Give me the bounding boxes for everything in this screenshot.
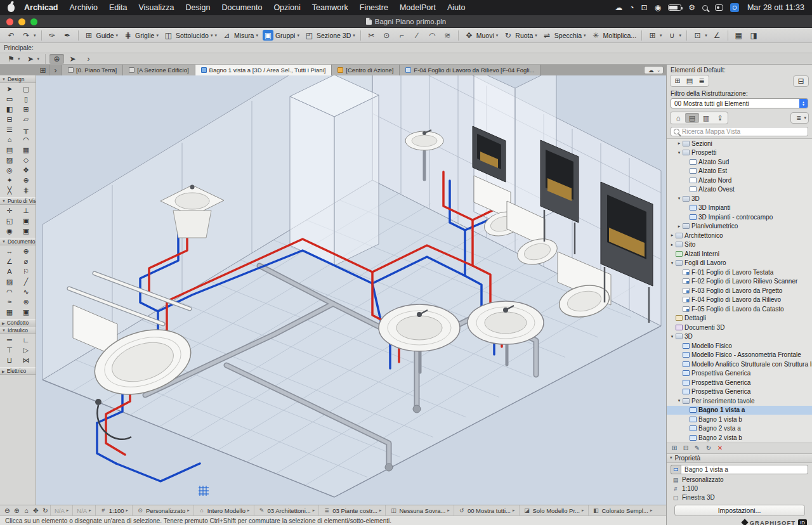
label-tool[interactable]: ⚐ bbox=[18, 266, 34, 276]
railing-tool[interactable]: ╥ bbox=[18, 124, 34, 134]
search-input[interactable]: Ricerca Mappa Vista bbox=[671, 127, 808, 136]
zoom-window-button[interactable] bbox=[30, 18, 37, 25]
column-tool[interactable]: ▯ bbox=[18, 94, 34, 104]
tree-item[interactable]: Modello Analitico Strutturale con Strutt… bbox=[667, 360, 812, 369]
zoom-in-button[interactable]: ⊕ bbox=[12, 506, 22, 515]
app-menu[interactable]: Archicad bbox=[18, 3, 64, 12]
new-folder-icon[interactable]: ⊞ bbox=[669, 444, 679, 453]
sezione-3d-button[interactable]: ◰Sezione 3D▾ bbox=[302, 29, 357, 42]
polyline-tool[interactable]: ∿ bbox=[18, 287, 34, 297]
marquee-tool[interactable]: ▢ bbox=[18, 84, 34, 94]
menu-item[interactable]: ModelPort bbox=[394, 3, 442, 12]
tree-item[interactable]: Dettagli bbox=[667, 314, 812, 323]
chevron-down-icon[interactable]: ▾ bbox=[676, 196, 682, 201]
arc-tool[interactable]: ◠ bbox=[1, 287, 18, 297]
toolbox-section-idraulico[interactable]: ▼Idraulico bbox=[0, 327, 36, 334]
layout-book-icon[interactable]: ▥ bbox=[699, 113, 713, 123]
toolbox-section-design[interactable]: ▼Design bbox=[0, 75, 36, 83]
scissors-button[interactable]: ✂ bbox=[364, 29, 379, 42]
apple-menu-icon[interactable] bbox=[8, 4, 15, 12]
tab-centro-di-azione[interactable]: [Centro di Azione] bbox=[332, 65, 400, 75]
beam-tool[interactable]: ⊟ bbox=[1, 114, 18, 124]
pan-button[interactable]: ✥ bbox=[31, 506, 41, 515]
fit-view-button[interactable]: ⌂ bbox=[22, 506, 31, 515]
tree-item[interactable]: Prospettiva Generica bbox=[667, 369, 812, 379]
gear-icon[interactable]: ⚙ bbox=[688, 3, 695, 12]
tree-item[interactable]: ▸Architettonico bbox=[667, 231, 812, 240]
duct-default-icon[interactable]: ▤ bbox=[684, 76, 695, 86]
level-dimension-tool[interactable]: ⊕ bbox=[18, 246, 34, 256]
drawing-tool[interactable]: ▣ bbox=[18, 307, 34, 317]
spline-tool[interactable]: ≈ bbox=[1, 297, 18, 307]
status-dropdown[interactable]: N/A▸ bbox=[72, 505, 95, 515]
tree-item[interactable]: 3D Impianti bbox=[667, 204, 812, 213]
status-dropdown[interactable]: #1:100▸ bbox=[95, 505, 132, 515]
view-map-icon[interactable]: ▤ bbox=[685, 113, 699, 123]
fill-tool[interactable]: ▨ bbox=[1, 276, 18, 287]
tab-f04-foglio[interactable]: F-04 Foglio di Lavoro da Rilievo [F-04 F… bbox=[400, 65, 540, 75]
text-tool[interactable]: A bbox=[1, 266, 18, 276]
griglie-button[interactable]: ⋕Griglie▾ bbox=[121, 29, 160, 42]
tree-item[interactable]: Bagno 2 vista b bbox=[667, 433, 812, 443]
properties-header[interactable]: ▾ Proprietà bbox=[667, 454, 812, 463]
display-icon[interactable]: ⊡ bbox=[641, 3, 648, 12]
menu-item[interactable]: Finestre bbox=[354, 3, 394, 12]
toolbox-section-documento[interactable]: ▼Documento bbox=[0, 238, 36, 245]
vincoli-button[interactable]: ∠ bbox=[710, 29, 724, 42]
toolbox-section-punto-di-vist[interactable]: ▼Punto di Vist bbox=[0, 197, 36, 205]
trim-button[interactable]: ⌐ bbox=[395, 29, 409, 42]
update-view-icon[interactable]: ↻ bbox=[704, 444, 714, 453]
stats-icon[interactable]: ◔ bbox=[629, 3, 634, 12]
tree-item[interactable]: F-02 Foglio di Lavoro Rilievo Scanner bbox=[667, 277, 812, 287]
zoom-out-button[interactable]: ⊖ bbox=[3, 506, 12, 515]
roof-tool[interactable]: ⌂ bbox=[1, 134, 18, 145]
chevron-down-icon[interactable]: ▾ bbox=[669, 334, 675, 339]
chevron-right-icon[interactable]: ▸ bbox=[676, 224, 682, 229]
tree-item[interactable]: Modello Fisico bbox=[667, 341, 812, 351]
opening-tool[interactable]: ◎ bbox=[1, 165, 18, 175]
chevron-right-icon[interactable]: ▸ bbox=[669, 233, 675, 238]
tree-item[interactable]: ▸Planivolumetrico bbox=[667, 222, 812, 231]
more-button[interactable]: › bbox=[81, 54, 96, 64]
detail-tool[interactable]: ◉ bbox=[1, 226, 18, 236]
tab-piano-terra[interactable]: [0. Piano Terra] bbox=[62, 65, 123, 75]
status-dropdown[interactable]: ⌂Intero Modello▸ bbox=[193, 505, 254, 515]
magnete-button[interactable]: ∪▾ bbox=[665, 29, 684, 42]
grid-element-tool[interactable]: ⋕ bbox=[18, 185, 34, 195]
pet-palette-button[interactable]: ▦ bbox=[731, 29, 746, 42]
sottolucido-button[interactable]: ◫Sottolucido▾▾ bbox=[161, 29, 219, 42]
origine-button[interactable]: ⊕ bbox=[49, 54, 64, 64]
tree-item[interactable]: F-05 Foglio di Lavoro da Catasto bbox=[667, 304, 812, 314]
organizza-button[interactable]: ◨ bbox=[747, 29, 761, 42]
sink[interactable] bbox=[379, 304, 460, 351]
menubar-clock[interactable]: Mar 28 ott 11:33 bbox=[747, 3, 804, 12]
control-center-icon[interactable] bbox=[715, 4, 723, 11]
preferiti-button[interactable]: ⚑▾ bbox=[4, 54, 22, 64]
clone-folder-icon[interactable]: ⊟ bbox=[681, 444, 691, 453]
panel-toggle-button[interactable]: ⊟ bbox=[793, 75, 809, 87]
object-tool[interactable]: ❖ bbox=[18, 165, 34, 175]
input-source-icon[interactable] bbox=[730, 3, 739, 12]
navigator-menu-button[interactable]: ≡ ▾ bbox=[790, 112, 809, 124]
angle-dimension-tool[interactable]: ∠ bbox=[1, 256, 18, 266]
tree-item[interactable]: Bagno 1 vista b bbox=[667, 415, 812, 424]
stair-tool[interactable]: ☰ bbox=[1, 124, 18, 134]
section-tool[interactable]: ✛ bbox=[1, 205, 18, 216]
pipe-accessory-tool[interactable]: ⋈ bbox=[18, 355, 34, 365]
status-dropdown[interactable]: ◫Nessuna Sovra...▸ bbox=[385, 505, 453, 515]
status-dropdown[interactable]: ◪Solo Modello Pr...▸ bbox=[519, 505, 588, 515]
cloud-icon[interactable]: ☁ bbox=[615, 3, 622, 12]
tree-item[interactable]: ▸Sezioni bbox=[667, 139, 812, 148]
gruppi-button[interactable]: ▣Gruppi▾ bbox=[261, 29, 301, 42]
tree-item[interactable]: ▾Fogli di Lavoro bbox=[667, 259, 812, 268]
tree-item[interactable]: Alzato Est bbox=[667, 167, 812, 176]
pipe-transition-tool[interactable]: ▷ bbox=[18, 345, 34, 355]
muovi-button[interactable]: ✥Muovi▾ bbox=[462, 29, 501, 42]
status-dropdown[interactable]: ↺00 Mostra tutti...▸ bbox=[454, 505, 519, 515]
cursore-button[interactable]: ➤ bbox=[65, 54, 80, 64]
ruota-button[interactable]: ↻Ruota▾ bbox=[501, 29, 539, 42]
misura-button[interactable]: ⊿Misura▾ bbox=[219, 29, 260, 42]
chevron-down-icon[interactable]: ▾ bbox=[676, 398, 682, 403]
camera-tool[interactable]: ▣ bbox=[18, 216, 34, 226]
redo-button[interactable]: ↷▾ bbox=[19, 29, 38, 42]
